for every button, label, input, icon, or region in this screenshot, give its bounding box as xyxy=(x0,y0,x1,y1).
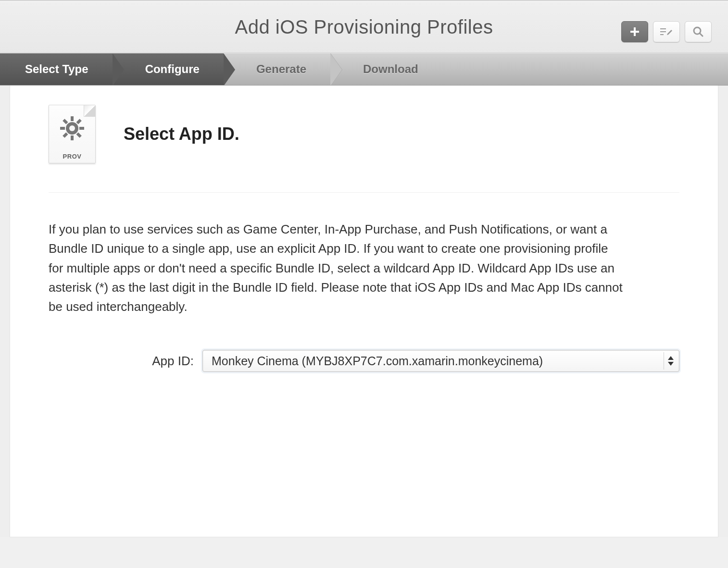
svg-rect-15 xyxy=(76,132,81,137)
svg-rect-1 xyxy=(630,31,639,33)
step-configure[interactable]: Configure xyxy=(113,53,224,85)
app-id-label: App ID: xyxy=(49,354,202,369)
page-header: Add iOS Provisioning Profiles xyxy=(0,2,728,53)
edit-list-icon xyxy=(660,27,673,37)
step-generate[interactable]: Generate xyxy=(224,53,330,85)
app-id-selected-value: Monkey Cinema (MYBJ8XP7C7.com.xamarin.mo… xyxy=(212,354,543,368)
step-label: Select Type xyxy=(25,62,88,76)
gear-icon xyxy=(59,115,85,141)
main-panel: PROV Select App ID. If you plan to use s… xyxy=(10,86,718,537)
section-title: Select App ID. xyxy=(124,124,239,144)
select-caret-icon xyxy=(664,352,677,370)
svg-rect-13 xyxy=(63,132,68,137)
svg-rect-2 xyxy=(660,28,666,29)
provisioning-file-icon: PROV xyxy=(49,105,96,163)
svg-rect-4 xyxy=(660,34,664,35)
step-label: Download xyxy=(363,62,418,76)
app-id-row: App ID: Monkey Cinema (MYBJ8XP7C7.com.xa… xyxy=(49,350,679,372)
svg-line-6 xyxy=(700,33,703,36)
step-select-type[interactable]: Select Type xyxy=(0,53,113,85)
step-label: Generate xyxy=(256,62,306,76)
file-icon-caption: PROV xyxy=(49,153,95,160)
page-title: Add iOS Provisioning Profiles xyxy=(14,16,714,38)
section-description: If you plan to use services such as Game… xyxy=(49,220,626,316)
plus-icon xyxy=(630,27,640,37)
search-icon xyxy=(693,26,703,37)
app-id-select[interactable]: Monkey Cinema (MYBJ8XP7C7.com.xamarin.mo… xyxy=(202,350,679,372)
header-actions xyxy=(621,21,712,42)
svg-point-16 xyxy=(69,125,75,131)
wizard-steps: Select Type Configure Generate Download xyxy=(0,53,728,86)
search-button[interactable] xyxy=(685,21,712,42)
edit-button[interactable] xyxy=(653,21,680,42)
svg-rect-8 xyxy=(71,116,74,121)
svg-rect-11 xyxy=(79,127,84,130)
svg-rect-3 xyxy=(660,31,666,32)
add-button[interactable] xyxy=(621,21,648,42)
svg-rect-9 xyxy=(71,136,74,140)
svg-rect-14 xyxy=(63,119,68,124)
step-download[interactable]: Download xyxy=(330,53,442,85)
step-label: Configure xyxy=(145,62,200,76)
svg-rect-10 xyxy=(60,127,65,130)
svg-rect-12 xyxy=(76,119,81,124)
